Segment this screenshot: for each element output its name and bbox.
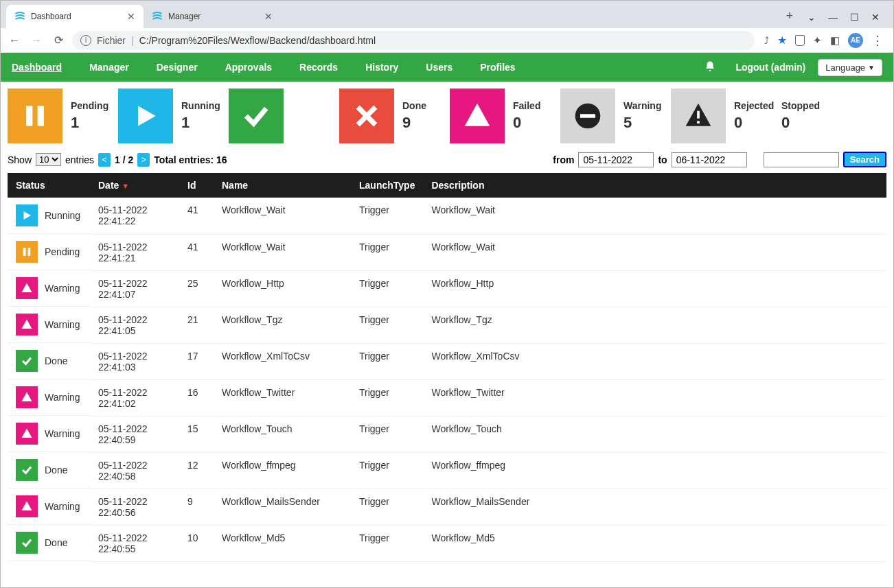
close-tab-icon[interactable]: ✕ <box>127 11 135 22</box>
total-entries: Total entries: 16 <box>154 154 227 165</box>
warn-icon <box>450 89 505 143</box>
bookmark-star-icon[interactable]: ★ <box>777 34 787 47</box>
table-row[interactable]: Warning05-11-202222:41:0725Workflow_Http… <box>8 270 886 307</box>
back-button[interactable]: ← <box>6 32 23 49</box>
table-row[interactable]: Warning05-11-202222:40:5915Workflow_Touc… <box>8 416 886 452</box>
chevron-down-icon[interactable]: ⌄ <box>807 12 816 23</box>
sidepanel-icon[interactable]: ◧ <box>830 34 840 47</box>
prev-page-button[interactable]: < <box>98 153 111 167</box>
table-row[interactable]: Done05-11-202222:40:5510Workflow_Md5Trig… <box>8 525 886 561</box>
nav-designer[interactable]: Designer <box>157 62 198 73</box>
wexflow-logo-icon <box>14 11 25 22</box>
warn-icon <box>16 423 38 445</box>
browser-tab[interactable]: Dashboard✕ <box>6 5 144 28</box>
pause-icon <box>8 89 62 143</box>
header-launchtype[interactable]: LaunchType <box>351 173 423 198</box>
table-row[interactable]: Running05-11-202222:41:2241Workflow_Wait… <box>8 198 886 234</box>
nav-profiles[interactable]: Profiles <box>480 62 515 73</box>
from-date-input[interactable] <box>578 152 654 167</box>
warn-icon <box>16 277 38 299</box>
new-tab-button[interactable]: + <box>780 6 799 25</box>
table-row[interactable]: Warning05-11-202222:40:569Workflow_Mails… <box>8 489 886 525</box>
share-icon[interactable]: ⤴ <box>764 35 769 46</box>
browser-titlebar: Dashboard✕Manager✕ + ⌄ — ☐ ✕ <box>1 1 893 28</box>
warn-icon <box>16 386 38 408</box>
warn-icon <box>16 495 38 517</box>
profile-avatar[interactable]: AE <box>848 33 863 48</box>
tile-stopped: Stopped0 <box>781 89 886 143</box>
tile-icon <box>229 89 334 143</box>
table-row[interactable]: Warning05-11-202222:41:0216Workflow_Twit… <box>8 379 886 416</box>
next-page-button[interactable]: > <box>137 153 150 167</box>
tile-running: Running1 <box>118 89 223 143</box>
pagesize-select[interactable]: 10 <box>36 153 61 166</box>
tile-failed: Failed0 <box>450 89 555 143</box>
play-icon <box>118 89 173 143</box>
notifications-bell[interactable] <box>704 60 716 75</box>
pause-icon <box>16 241 38 263</box>
nav-records[interactable]: Records <box>299 62 338 73</box>
page-indicator: 1 / 2 <box>115 154 133 165</box>
url-field[interactable]: i Fichier | C:/Program%20Files/Wexflow/B… <box>72 31 755 50</box>
forward-button: → <box>28 32 45 49</box>
sort-desc-icon: ▼ <box>122 182 129 190</box>
tile-done: Done9 <box>339 89 444 143</box>
nav-manager[interactable]: Manager <box>89 62 129 73</box>
reload-button[interactable]: ⟳ <box>50 32 67 49</box>
shield-icon[interactable] <box>795 35 805 46</box>
check-icon <box>16 459 38 481</box>
kebab-menu-icon[interactable]: ⋮ <box>871 33 884 48</box>
browser-tab[interactable]: Manager✕ <box>144 5 281 28</box>
extensions-icon[interactable]: ✦ <box>813 34 822 47</box>
close-window-button[interactable]: ✕ <box>871 12 880 23</box>
wexflow-logo-icon <box>152 11 163 22</box>
nav-approvals[interactable]: Approvals <box>225 62 272 73</box>
to-date-input[interactable] <box>672 152 747 167</box>
table-row[interactable]: Done05-11-202222:41:0317Workflow_XmlToCs… <box>8 343 886 379</box>
header-id[interactable]: Id <box>179 173 214 198</box>
header-name[interactable]: Name <box>214 173 351 198</box>
language-dropdown[interactable]: Language▼ <box>818 59 882 76</box>
minimize-button[interactable]: — <box>828 12 838 23</box>
address-bar: ← → ⟳ i Fichier | C:/Program%20Files/Wex… <box>1 28 893 53</box>
table-row[interactable]: Done05-11-202222:40:5812Workflow_ffmpegT… <box>8 452 886 489</box>
check-icon <box>16 350 38 372</box>
table-controls: Show 10 entries < 1 / 2 > Total entries:… <box>8 152 886 167</box>
nav-dashboard[interactable]: Dashboard <box>12 62 62 73</box>
tile-warning: Warning5 <box>560 89 665 143</box>
url-text: C:/Program%20Files/Wexflow/Backend/dashb… <box>139 35 376 46</box>
play-icon <box>16 204 38 226</box>
search-button[interactable]: Search <box>843 152 886 167</box>
check-icon <box>229 89 284 143</box>
top-nav: DashboardManagerDesignerApprovalsRecords… <box>1 53 893 82</box>
maximize-button[interactable]: ☐ <box>850 12 859 23</box>
table-row[interactable]: Pending05-11-202222:41:2141Workflow_Wait… <box>8 234 886 270</box>
tile-rejected: Rejected0 <box>671 89 776 143</box>
header-description[interactable]: Description <box>423 173 886 198</box>
nav-users[interactable]: Users <box>426 62 452 73</box>
warn-icon <box>16 314 38 336</box>
check-icon <box>16 532 38 554</box>
close-tab-icon[interactable]: ✕ <box>264 11 273 22</box>
info-icon: i <box>80 35 91 46</box>
workflows-table: StatusDate▼IdNameLaunchTypeDescription R… <box>8 173 886 562</box>
nav-history[interactable]: History <box>365 62 398 73</box>
times-icon <box>339 89 394 143</box>
tile-pending: Pending1 <box>8 89 113 143</box>
minus-icon <box>560 89 615 143</box>
table-row[interactable]: Warning05-11-202222:41:0521Workflow_TgzT… <box>8 307 886 343</box>
excl-icon <box>671 89 726 143</box>
url-scheme: Fichier <box>97 35 126 46</box>
header-date[interactable]: Date▼ <box>90 173 179 198</box>
header-status[interactable]: Status <box>8 173 90 198</box>
search-input[interactable] <box>764 152 839 167</box>
logout-link[interactable]: Logout (admin) <box>735 62 805 73</box>
